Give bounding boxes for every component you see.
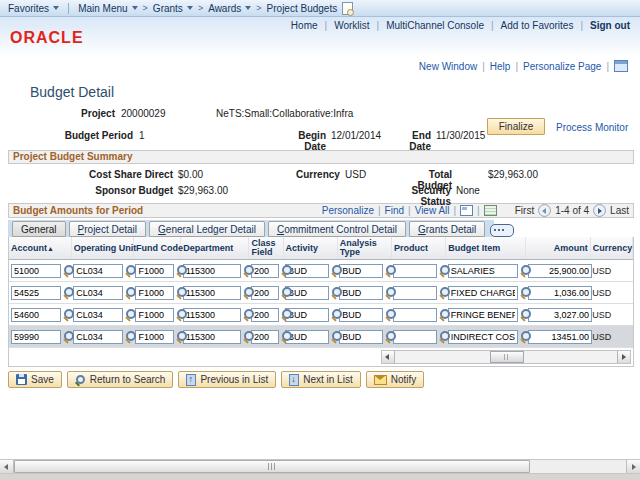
- account-input[interactable]: [11, 264, 61, 278]
- lookup-icon[interactable]: [243, 331, 255, 343]
- lookup-icon[interactable]: [243, 309, 255, 321]
- scroll-thumb[interactable]: [490, 351, 524, 363]
- department-input[interactable]: [183, 330, 241, 344]
- previous-in-list-button[interactable]: Previous in List: [178, 371, 276, 388]
- department-input[interactable]: [183, 264, 241, 278]
- lookup-icon[interactable]: [520, 287, 532, 299]
- lookup-icon[interactable]: [63, 265, 75, 277]
- class-field-input[interactable]: [251, 308, 279, 322]
- lookup-icon[interactable]: [63, 309, 75, 321]
- lookup-icon[interactable]: [281, 265, 293, 277]
- operating-unit-input[interactable]: [73, 308, 123, 322]
- operating-unit-input[interactable]: [73, 330, 123, 344]
- lookup-icon[interactable]: [176, 309, 188, 321]
- help-link[interactable]: Help: [490, 61, 511, 72]
- notify-button[interactable]: Notify: [366, 371, 425, 388]
- finalize-button[interactable]: Finalize: [487, 118, 545, 135]
- lookup-icon[interactable]: [385, 265, 397, 277]
- grid-horizontal-scrollbar[interactable]: [381, 350, 631, 364]
- breadcrumb-project-budgets[interactable]: Project Budgets: [267, 3, 338, 14]
- lookup-icon[interactable]: [439, 265, 451, 277]
- fund-code-input[interactable]: [135, 330, 174, 344]
- operating-unit-input[interactable]: [73, 286, 123, 300]
- product-input[interactable]: [393, 330, 437, 344]
- amount-input-focused[interactable]: [528, 330, 592, 344]
- lookup-icon[interactable]: [439, 331, 451, 343]
- budget-item-input[interactable]: [448, 330, 518, 344]
- product-input[interactable]: [393, 264, 437, 278]
- window-scroll-right-icon[interactable]: [626, 460, 640, 473]
- lookup-icon[interactable]: [520, 265, 532, 277]
- lookup-icon[interactable]: [125, 331, 137, 343]
- lookup-icon[interactable]: [243, 287, 255, 299]
- zoom-grid-icon[interactable]: [460, 205, 473, 216]
- lookup-icon[interactable]: [125, 309, 137, 321]
- fund-code-input[interactable]: [135, 264, 174, 278]
- home-link[interactable]: Home: [291, 20, 318, 31]
- lookup-icon[interactable]: [385, 331, 397, 343]
- product-input[interactable]: [393, 308, 437, 322]
- favorites-menu[interactable]: Favorites: [8, 3, 59, 14]
- budget-item-input[interactable]: [448, 286, 518, 300]
- personalize-link[interactable]: Personalize: [322, 205, 374, 216]
- pager-next-icon[interactable]: [593, 204, 606, 217]
- scroll-track[interactable]: [395, 351, 617, 363]
- col-fund-code[interactable]: Fund Code: [133, 237, 180, 260]
- add-to-favorites-link[interactable]: Add to Favorites: [501, 20, 574, 31]
- analysis-type-input[interactable]: [339, 308, 383, 322]
- tab-project-detail[interactable]: Project Detail: [69, 221, 146, 237]
- lookup-icon[interactable]: [125, 287, 137, 299]
- window-scroll-left-icon[interactable]: [0, 460, 14, 473]
- account-input[interactable]: [11, 330, 61, 344]
- operating-unit-input[interactable]: [73, 264, 123, 278]
- lookup-icon[interactable]: [176, 265, 188, 277]
- analysis-type-input[interactable]: [339, 264, 383, 278]
- breadcrumb-grants[interactable]: Grants: [153, 3, 193, 14]
- product-input[interactable]: [393, 286, 437, 300]
- lookup-icon[interactable]: [331, 265, 343, 277]
- lookup-icon[interactable]: [520, 309, 532, 321]
- col-account[interactable]: Account▲: [9, 237, 71, 260]
- page-search-icon[interactable]: [342, 2, 353, 15]
- sign-out-link[interactable]: Sign out: [590, 20, 630, 31]
- next-in-list-button[interactable]: Next in List: [281, 371, 360, 388]
- tab-grants-detail[interactable]: Grants Detail: [409, 221, 485, 237]
- lookup-icon[interactable]: [385, 309, 397, 321]
- window-scroll-track[interactable]: [14, 460, 626, 473]
- col-activity[interactable]: Activity: [283, 237, 337, 260]
- process-monitor-link[interactable]: Process Monitor: [556, 122, 628, 133]
- lookup-icon[interactable]: [281, 331, 293, 343]
- breadcrumb-awards[interactable]: Awards: [208, 3, 251, 14]
- lookup-icon[interactable]: [439, 309, 451, 321]
- col-budget-item[interactable]: Budget Item: [446, 237, 526, 260]
- scroll-right-icon[interactable]: [617, 351, 630, 363]
- lookup-icon[interactable]: [125, 265, 137, 277]
- lookup-icon[interactable]: [176, 331, 188, 343]
- fund-code-input[interactable]: [135, 308, 174, 322]
- budget-item-input[interactable]: [448, 308, 518, 322]
- col-currency[interactable]: Currency: [590, 237, 632, 260]
- lookup-icon[interactable]: [331, 331, 343, 343]
- lookup-icon[interactable]: [385, 287, 397, 299]
- lookup-icon[interactable]: [281, 309, 293, 321]
- department-input[interactable]: [183, 286, 241, 300]
- lookup-icon[interactable]: [520, 331, 532, 343]
- window-horizontal-scrollbar[interactable]: [0, 459, 640, 474]
- amount-input[interactable]: [528, 264, 592, 278]
- account-input[interactable]: [11, 308, 61, 322]
- new-window-link[interactable]: New Window: [419, 61, 477, 72]
- amount-input[interactable]: [528, 286, 592, 300]
- window-scroll-thumb[interactable]: [14, 460, 530, 473]
- tab-general[interactable]: General: [12, 221, 66, 237]
- fund-code-input[interactable]: [135, 286, 174, 300]
- lookup-icon[interactable]: [63, 287, 75, 299]
- multichannel-console-link[interactable]: MultiChannel Console: [386, 20, 484, 31]
- budget-item-input[interactable]: [448, 264, 518, 278]
- pager-previous-icon[interactable]: [538, 204, 551, 217]
- col-department[interactable]: Department: [181, 237, 249, 260]
- lookup-icon[interactable]: [63, 331, 75, 343]
- lookup-icon[interactable]: [439, 287, 451, 299]
- worklist-link[interactable]: Worklist: [334, 20, 369, 31]
- lookup-icon[interactable]: [331, 309, 343, 321]
- col-operating-unit[interactable]: Operating Unit: [71, 237, 133, 260]
